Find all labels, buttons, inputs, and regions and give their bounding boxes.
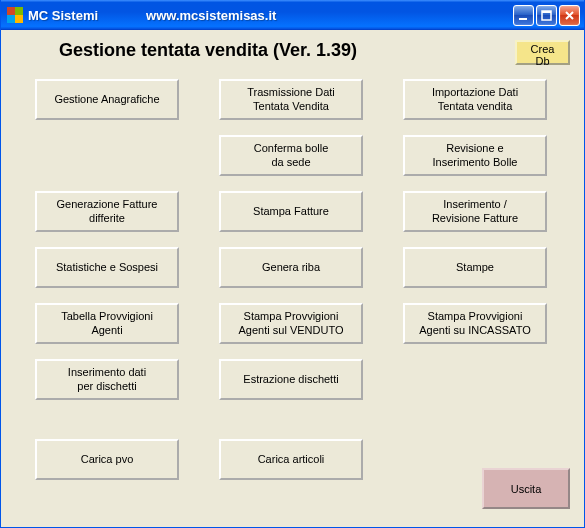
generazione-fatture-button[interactable]: Generazione Fatture differite (35, 191, 179, 232)
genera-riba-button[interactable]: Genera riba (219, 247, 363, 288)
maximize-button[interactable] (536, 5, 557, 26)
stampe-button[interactable]: Stampe (403, 247, 547, 288)
button-grid: Gestione Anagrafiche Trasmissione Dati T… (15, 79, 570, 509)
window-controls (513, 5, 580, 26)
app-window: MC Sistemi www.mcsistemisas.it Gestione … (0, 0, 585, 528)
importazione-dati-button[interactable]: Importazione Dati Tentata vendita (403, 79, 547, 120)
revisione-bolle-button[interactable]: Revisione e Inserimento Bolle (403, 135, 547, 176)
minimize-button[interactable] (513, 5, 534, 26)
estrazione-dischetti-button[interactable]: Estrazione dischetti (219, 359, 363, 400)
window-url: www.mcsistemisas.it (146, 8, 513, 23)
window-title: MC Sistemi (28, 8, 98, 23)
inserimento-fatture-button[interactable]: Inserimento / Revisione Fatture (403, 191, 547, 232)
header-row: Gestione tentata vendita (Ver. 1.39) Cre… (15, 40, 570, 65)
titlebar: MC Sistemi www.mcsistemisas.it (1, 0, 584, 30)
client-area: Gestione tentata vendita (Ver. 1.39) Cre… (1, 30, 584, 527)
gestione-anagrafiche-button[interactable]: Gestione Anagrafiche (35, 79, 179, 120)
svg-rect-2 (542, 11, 551, 13)
stampa-fatture-button[interactable]: Stampa Fatture (219, 191, 363, 232)
close-button[interactable] (559, 5, 580, 26)
svg-rect-0 (519, 18, 527, 20)
stampa-provvigioni-venduto-button[interactable]: Stampa Provvigioni Agenti sul VENDUTO (219, 303, 363, 344)
stampa-provvigioni-incassato-button[interactable]: Stampa Provvigioni Agenti su INCASSATO (403, 303, 547, 344)
statistiche-sospesi-button[interactable]: Statistiche e Sospesi (35, 247, 179, 288)
uscita-button[interactable]: Uscita (482, 468, 570, 509)
conferma-bolle-button[interactable]: Conferma bolle da sede (219, 135, 363, 176)
tabella-provvigioni-button[interactable]: Tabella Provvigioni Agenti (35, 303, 179, 344)
carica-articoli-button[interactable]: Carica articoli (219, 439, 363, 480)
app-icon (7, 7, 23, 23)
page-title: Gestione tentata vendita (Ver. 1.39) (59, 40, 515, 61)
inserimento-dischetti-button[interactable]: Inserimento dati per dischetti (35, 359, 179, 400)
carica-pvo-button[interactable]: Carica pvo (35, 439, 179, 480)
crea-db-button[interactable]: Crea Db (515, 40, 570, 65)
trasmissione-dati-button[interactable]: Trasmissione Dati Tentata Vendita (219, 79, 363, 120)
